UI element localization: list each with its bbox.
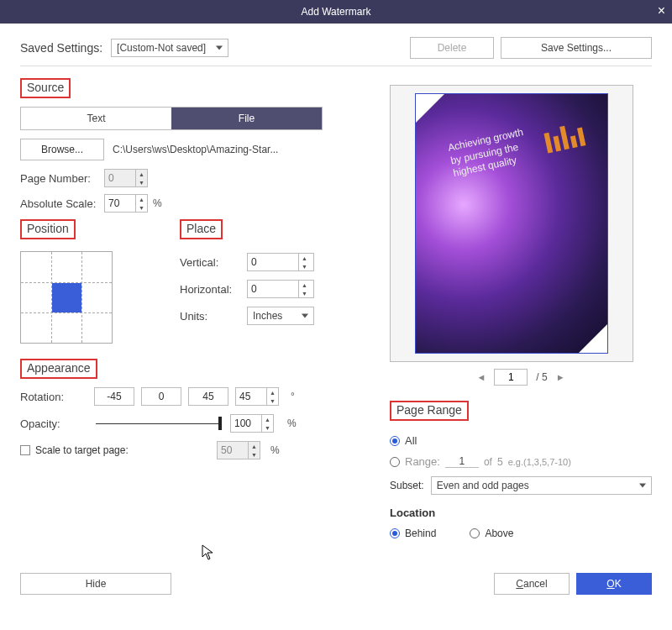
cancel-button[interactable]: Cancel [494, 573, 570, 595]
delete-button[interactable]: Delete [410, 37, 494, 59]
absolute-scale-spinner[interactable]: 70 ▲▼ [104, 194, 148, 213]
chevron-up-icon: ▲ [136, 170, 147, 178]
scale-to-target-spinner: 50 ▲▼ [217, 441, 260, 459]
position-grid[interactable] [20, 251, 113, 344]
opacity-spinner[interactable]: 100 ▲▼ [230, 414, 274, 433]
page-input[interactable] [494, 369, 528, 386]
tab-text[interactable]: Text [21, 108, 171, 129]
range-from-input[interactable] [445, 455, 479, 468]
source-tabbar: Text File [20, 107, 323, 130]
location-behind-label: Behind [405, 528, 436, 539]
saved-settings-label: Saved Settings: [20, 41, 102, 55]
source-heading: Source [20, 78, 71, 98]
units-label: Units: [180, 310, 247, 323]
vertical-label: Vertical: [180, 256, 247, 269]
rotation-45-button[interactable]: 45 [188, 387, 228, 406]
browse-button[interactable]: Browse... [20, 139, 104, 160]
location-behind-radio[interactable] [390, 528, 400, 538]
prev-page-icon[interactable]: ◄ [476, 372, 486, 382]
scale-to-target-label: Scale to target page: [35, 444, 212, 456]
save-settings-button[interactable]: Save Settings... [501, 37, 652, 59]
absolute-scale-label: Absolute Scale: [20, 197, 104, 210]
preview-pane: Achieving growth by pursuing the highest… [390, 85, 633, 362]
horizontal-label: Horizontal: [180, 283, 247, 296]
page-number-label: Page Number: [20, 172, 104, 185]
range-range-radio[interactable] [390, 457, 400, 467]
window-title: Add Watermark [302, 6, 371, 18]
range-all-label: All [405, 434, 417, 447]
position-center-cell[interactable] [52, 283, 81, 312]
chevron-down-icon: ▼ [136, 203, 147, 212]
opacity-label: Opacity: [20, 417, 87, 430]
rotation-spinner[interactable]: 45 ▲▼ [235, 387, 279, 406]
next-page-icon[interactable]: ► [556, 372, 565, 382]
subset-select[interactable]: Even and odd pages [431, 476, 652, 495]
page-number-spinner: 0 ▲▼ [104, 169, 148, 187]
range-all-radio[interactable] [390, 436, 400, 446]
horizontal-spinner[interactable]: 0 ▲▼ [247, 280, 314, 298]
rotation-label: Rotation: [20, 391, 87, 403]
location-above-radio[interactable] [470, 528, 480, 538]
page-total: / 5 [536, 371, 547, 383]
rotation-0-button[interactable]: 0 [141, 387, 181, 406]
scale-to-target-checkbox[interactable] [20, 445, 30, 455]
place-heading: Place [180, 219, 223, 239]
page-range-heading: Page Range [390, 401, 469, 421]
opacity-slider[interactable] [96, 415, 222, 432]
saved-settings-select[interactable]: [Custom-Not saved] [111, 39, 228, 57]
location-above-label: Above [485, 528, 513, 539]
rotation-neg45-button[interactable]: -45 [94, 387, 134, 406]
hide-button[interactable]: Hide [20, 573, 171, 595]
close-icon[interactable]: × [658, 3, 665, 18]
ok-button[interactable]: OK [576, 573, 652, 595]
range-label: Range: [405, 455, 440, 468]
vertical-spinner[interactable]: 0 ▲▼ [247, 253, 314, 271]
tab-file[interactable]: File [171, 108, 322, 129]
range-hint: e.g.(1,3,5,7-10) [508, 457, 571, 467]
source-path: C:\Users\ws\Desktop\Amazing-Star... [113, 144, 278, 155]
subset-label: Subset: [390, 480, 424, 491]
titlebar: Add Watermark × [0, 0, 672, 24]
chevron-down-icon: ▼ [136, 178, 147, 186]
chevron-up-icon: ▲ [136, 195, 147, 203]
appearance-heading: Appearance [20, 359, 97, 379]
position-heading: Position [20, 219, 76, 239]
units-select[interactable]: Inches [247, 307, 314, 325]
location-heading: Location [390, 507, 652, 519]
